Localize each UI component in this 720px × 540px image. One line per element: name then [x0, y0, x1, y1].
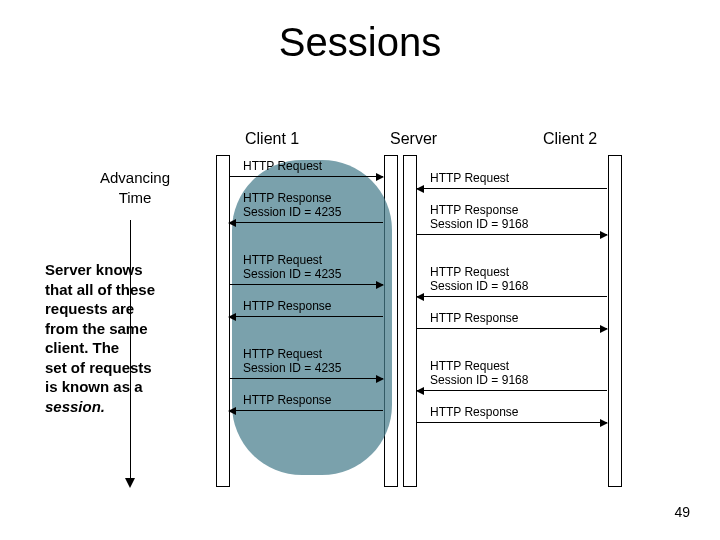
msg-right-2b: Session ID = 9168 [430, 218, 528, 232]
time-arrow-head-icon [125, 478, 135, 488]
advancing-time-label: Advancing Time [100, 168, 170, 207]
advancing-time-line1: Advancing [100, 169, 170, 186]
msg-left-1: HTTP Request [243, 160, 322, 174]
arrow-left-3 [229, 284, 383, 285]
caption-line8: session. [45, 398, 105, 415]
arrow-right-4 [417, 328, 607, 329]
arrow-right-2 [417, 234, 607, 235]
arrow-left-1 [229, 176, 383, 177]
lifeline-label-client2: Client 2 [543, 130, 597, 148]
lifeline-server-right [403, 155, 417, 487]
slide: Sessions Client 1 Server Client 2 Advanc… [0, 0, 720, 540]
msg-left-3a: HTTP Request [243, 254, 322, 268]
msg-right-2a: HTTP Response [430, 204, 518, 218]
arrow-right-5 [417, 390, 607, 391]
msg-right-1: HTTP Request [430, 172, 509, 186]
msg-left-5b: Session ID = 4235 [243, 362, 341, 376]
lifeline-label-client1: Client 1 [245, 130, 299, 148]
arrow-right-6 [417, 422, 607, 423]
arrow-left-6 [229, 410, 383, 411]
msg-left-2a: HTTP Response [243, 192, 331, 206]
arrow-left-4 [229, 316, 383, 317]
caption-line5: client. The [45, 339, 119, 356]
arrow-left-2 [229, 222, 383, 223]
msg-right-5b: Session ID = 9168 [430, 374, 528, 388]
caption-line1: Server knows [45, 261, 143, 278]
page-number: 49 [674, 504, 690, 520]
msg-left-4: HTTP Response [243, 300, 331, 314]
msg-left-6: HTTP Response [243, 394, 331, 408]
msg-left-3b: Session ID = 4235 [243, 268, 341, 282]
lifeline-label-server: Server [390, 130, 437, 148]
msg-right-6: HTTP Response [430, 406, 518, 420]
arrow-right-1 [417, 188, 607, 189]
lifeline-client2 [608, 155, 622, 487]
advancing-time-line2: Time [119, 189, 152, 206]
caption-text: Server knows that all of these requests … [45, 260, 205, 416]
caption-line2: that all of these [45, 281, 155, 298]
msg-left-5a: HTTP Request [243, 348, 322, 362]
caption-line7: is known as a [45, 378, 143, 395]
msg-right-5a: HTTP Request [430, 360, 509, 374]
arrow-left-5 [229, 378, 383, 379]
msg-right-3b: Session ID = 9168 [430, 280, 528, 294]
msg-right-4: HTTP Response [430, 312, 518, 326]
arrow-right-3 [417, 296, 607, 297]
slide-title: Sessions [0, 20, 720, 65]
msg-right-3a: HTTP Request [430, 266, 509, 280]
msg-left-2b: Session ID = 4235 [243, 206, 341, 220]
lifeline-client1 [216, 155, 230, 487]
caption-line4: from the same [45, 320, 148, 337]
caption-line6: set of requests [45, 359, 152, 376]
caption-line3: requests are [45, 300, 134, 317]
